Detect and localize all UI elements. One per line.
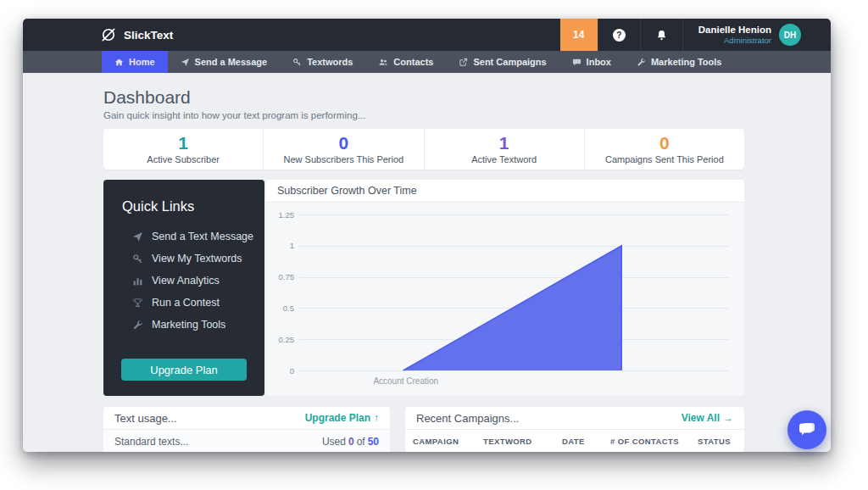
nav-label: Inbox <box>587 57 611 67</box>
column-header-textword: TEXTWORD <box>483 437 562 446</box>
trophy-icon <box>131 298 143 309</box>
arrow-up-icon: ↑ <box>374 412 379 424</box>
user-text: Danielle Henion Administrator <box>698 24 771 46</box>
column-header-campaign: CAMPAIGN <box>413 437 483 446</box>
column-header-date: DATE <box>562 437 610 446</box>
user-role: Administrator <box>698 36 771 46</box>
upgrade-plan-link-label: Upgrade Plan <box>305 412 370 424</box>
used-value: 0 <box>348 436 354 448</box>
of-text: of <box>357 436 365 448</box>
stat-label: New Subscribers This Period <box>284 154 404 164</box>
upgrade-plan-button[interactable]: Upgrade Plan <box>121 359 247 381</box>
wrench-icon <box>637 58 646 67</box>
stat-value: 0 <box>659 134 670 152</box>
quick-links-list: Send a Text Message View My Textwords Vi… <box>103 231 264 331</box>
stat-value: 1 <box>499 134 509 152</box>
quick-links-title: Quick Links <box>122 198 264 214</box>
wrench-icon <box>131 320 143 331</box>
standard-texts-row: Standard texts... Used0of50 <box>103 430 390 452</box>
send-out-icon <box>459 58 468 67</box>
users-icon <box>378 58 388 67</box>
nav-item-send-a-message[interactable]: Send a Message <box>168 51 281 73</box>
key-icon <box>131 253 143 264</box>
column-header-status: STATUS <box>698 437 737 446</box>
user-name: Danielle Henion <box>698 24 771 36</box>
growth-chart-panel: Subscriber Growth Over Time 00.250.50.75… <box>266 180 744 396</box>
home-icon <box>114 58 124 67</box>
texts-used-counter: Used0of50 <box>322 436 379 448</box>
stat-new-subscribers: 0 New Subscribers This Period <box>264 129 424 170</box>
nav-item-textwords[interactable]: Textwords <box>280 51 365 73</box>
recent-campaigns-panel: Recent Campaigns... View All → CAMPAIGN … <box>405 407 744 452</box>
notification-count: 14 <box>573 29 584 41</box>
brand-name: SlickText <box>124 29 173 42</box>
campaigns-table-header: CAMPAIGN TEXTWORD DATE # OF CONTACTS STA… <box>405 430 744 452</box>
quick-link-run-a-contest[interactable]: Run a Contest <box>131 297 264 309</box>
help-icon: ? <box>613 29 626 42</box>
nav-item-marketing-tools[interactable]: Marketing Tools <box>624 51 735 73</box>
nav-item-sent-campaigns[interactable]: Sent Campaigns <box>446 51 559 73</box>
chat-bubbles-icon <box>797 420 817 440</box>
quick-links-panel: Quick Links Send a Text Message View My … <box>103 180 264 396</box>
nav-label: Send a Message <box>195 57 268 67</box>
nav-label: Home <box>129 57 155 67</box>
quick-link-view-analytics[interactable]: View Analytics <box>131 275 264 287</box>
key-icon <box>292 58 302 67</box>
main-content: Dashboard Gain quick insight into how yo… <box>23 73 831 452</box>
bar-chart-icon <box>131 276 143 287</box>
standard-texts-label: Standard texts... <box>114 436 188 448</box>
stat-label: Active Subscriber <box>147 154 220 164</box>
help-button[interactable]: ? <box>598 19 640 51</box>
growth-chart-area <box>266 203 744 396</box>
nav-label: Contacts <box>393 57 433 67</box>
top-bar: SlickText 14 ? Danielle Henion Administr… <box>23 19 831 51</box>
user-menu[interactable]: Danielle Henion Administrator DH <box>682 19 831 51</box>
notification-count-badge[interactable]: 14 <box>560 19 598 51</box>
quick-link-send-text-message[interactable]: Send a Text Message <box>131 231 264 242</box>
arrow-right-icon: → <box>723 412 733 424</box>
quick-link-label: Marketing Tools <box>152 319 225 331</box>
recent-campaigns-title: Recent Campaigns... <box>416 412 519 425</box>
nav-item-home[interactable]: Home <box>102 51 168 73</box>
quick-link-label: Send a Text Message <box>152 231 253 242</box>
view-all-link-label: View All <box>682 412 720 424</box>
growth-chart-title: Subscriber Growth Over Time <box>266 180 744 203</box>
stat-label: Campaigns Sent This Period <box>605 154 724 164</box>
column-header-contacts: # OF CONTACTS <box>610 437 698 446</box>
stat-active-textword: 1 Active Textword <box>425 129 585 170</box>
nav-label: Marketing Tools <box>651 57 722 67</box>
text-usage-title: Text usage... <box>114 412 177 425</box>
brand[interactable]: SlickText <box>100 19 173 51</box>
quick-link-marketing-tools[interactable]: Marketing Tools <box>131 319 264 331</box>
stats-card: 1 Active Subscriber 0 New Subscribers Th… <box>103 129 744 170</box>
quick-link-view-my-textwords[interactable]: View My Textwords <box>131 253 264 264</box>
upgrade-plan-link[interactable]: Upgrade Plan ↑ <box>305 412 379 424</box>
page-subtitle: Gain quick insight into how your text pr… <box>103 110 744 120</box>
view-all-link[interactable]: View All → <box>682 412 733 424</box>
stat-label: Active Textword <box>471 154 537 164</box>
nav-label: Textwords <box>307 57 353 67</box>
app-window: SlickText 14 ? Danielle Henion Administr… <box>23 19 831 452</box>
quick-link-label: View Analytics <box>152 275 220 287</box>
stat-active-subscriber: 1 Active Subscriber <box>103 129 264 170</box>
stat-campaigns-sent: 0 Campaigns Sent This Period <box>585 129 744 170</box>
stat-value: 0 <box>339 134 349 152</box>
chat-bubble-icon <box>572 58 581 67</box>
live-chat-launcher[interactable] <box>787 410 826 449</box>
stat-value: 1 <box>178 134 188 152</box>
used-prefix: Used <box>322 436 346 448</box>
slicktext-logo-icon <box>100 26 117 43</box>
bell-icon <box>655 29 668 42</box>
nav-label: Sent Campaigns <box>473 57 546 67</box>
page-title: Dashboard <box>103 87 744 108</box>
used-total: 50 <box>368 436 379 448</box>
avatar[interactable]: DH <box>779 24 801 46</box>
growth-chart-plot: 00.250.50.7511.25Account Creation <box>266 203 744 396</box>
nav-item-contacts[interactable]: Contacts <box>365 51 446 73</box>
nav-item-inbox[interactable]: Inbox <box>559 51 624 73</box>
notifications-button[interactable] <box>640 19 682 51</box>
text-usage-panel: Text usage... Upgrade Plan ↑ Standard te… <box>103 407 390 452</box>
nav-bar: Home Send a Message Textwords Contacts S… <box>23 51 831 73</box>
quick-link-label: View My Textwords <box>152 253 242 264</box>
paper-plane-icon <box>181 58 190 67</box>
